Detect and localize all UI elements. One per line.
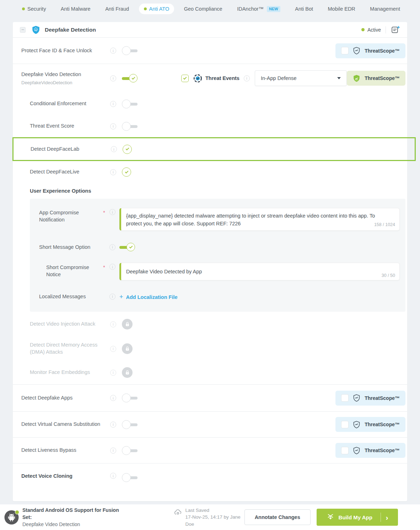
tab-label: Anti Fraud — [105, 6, 129, 12]
row-detect-deepfake-apps: Detect Deepfake Apps ThreatScope™ — [13, 384, 407, 411]
build-footer: Standard Android OS Support for Fusion S… — [0, 504, 420, 530]
row-label: Detect Liveness Bypass — [21, 447, 110, 454]
threatscope-enabled-badge[interactable]: ThreatScope™ — [347, 71, 405, 86]
row-label: Deepfake Video Detection — [21, 71, 110, 78]
enforcement-mode-dropdown[interactable]: In-App Defense — [255, 70, 347, 86]
ux-options-panel: App Compromise Notification * {app_displ… — [30, 199, 405, 312]
toggle-knob — [126, 243, 135, 251]
deepfacelive-check[interactable] — [122, 167, 131, 177]
divider — [386, 26, 386, 33]
add-localization-file-link[interactable]: Add Localization File — [119, 293, 178, 301]
app-compromise-textarea[interactable]: {app_display_name} detected malware atte… — [119, 208, 400, 231]
info-icon[interactable] — [244, 75, 250, 81]
threat-events-group: Threat Events — [181, 74, 250, 83]
info-icon[interactable] — [110, 75, 116, 81]
info-icon[interactable] — [110, 395, 116, 401]
textarea-value: {app_display_name} detected malware atte… — [126, 213, 375, 226]
deepfake-apps-toggle[interactable] — [122, 393, 138, 403]
tab-anti-ato[interactable]: Anti ATO — [139, 4, 174, 14]
info-icon[interactable] — [110, 448, 116, 454]
threatscope-label: ThreatScope™ — [365, 48, 400, 54]
conditional-enforcement-toggle[interactable] — [122, 99, 138, 109]
tab-label: Management — [370, 6, 400, 12]
threatscope-label: ThreatScope™ — [365, 422, 400, 427]
build-my-app-button[interactable]: Build My App › — [317, 509, 398, 526]
tab-mobile-edr[interactable]: Mobile EDR — [323, 4, 360, 14]
collapse-icon[interactable] — [20, 27, 26, 33]
dropdown-value: In-App Defense — [261, 75, 297, 81]
row-conditional-enforcement: Conditional Enforcement — [13, 92, 407, 115]
row-label: Monitor Face Embeddings — [21, 369, 110, 376]
tab-management[interactable]: Management — [365, 4, 405, 14]
threat-event-score-toggle[interactable] — [122, 122, 138, 131]
deepfacelab-check[interactable] — [123, 145, 132, 154]
virtual-camera-toggle[interactable] — [122, 420, 138, 429]
deepfake-video-toggle[interactable] — [122, 74, 138, 83]
row-label: Localized Messages — [39, 293, 99, 300]
short-notice-input[interactable]: Deepfake Video Detected by App 30 / 50 — [119, 263, 400, 280]
tab-geo-compliance[interactable]: Geo Compliance — [179, 4, 227, 14]
row-detect-deepfacelab: Detect DeepFaceLab — [12, 137, 416, 161]
protect-face-id-toggle[interactable] — [122, 46, 138, 55]
tab-anti-fraud[interactable]: Anti Fraud — [100, 4, 134, 14]
liveness-bypass-toggle[interactable] — [122, 446, 138, 455]
annotate-changes-button[interactable]: Annotate Changes — [244, 509, 311, 525]
last-saved: Last Saved 17-Nov-25, 14:17 by Jane Doe — [174, 507, 244, 528]
row-app-compromise-notification: App Compromise Notification * {app_displ… — [39, 208, 400, 231]
info-icon[interactable] — [110, 321, 116, 327]
info-icon[interactable] — [109, 244, 115, 250]
active-dot-icon — [361, 28, 365, 31]
status-dot — [144, 7, 147, 10]
fusion-set-title: Standard Android OS Support for Fusion S… — [22, 507, 121, 521]
short-message-toggle[interactable] — [119, 242, 136, 252]
info-icon[interactable] — [109, 294, 115, 300]
tab-label: Mobile EDR — [328, 6, 355, 12]
status-dot — [22, 7, 25, 10]
tab-label: Anti Bot — [295, 6, 313, 12]
info-icon[interactable] — [109, 264, 115, 270]
threatscope-checkbox[interactable] — [341, 47, 349, 54]
chevron-right-icon[interactable]: › — [381, 514, 393, 521]
info-icon[interactable] — [110, 101, 116, 107]
toggle-knob — [122, 122, 131, 131]
caret-down-icon — [337, 77, 341, 79]
deepfake-detection-card: Deepfake Detection Active Protect Face I… — [13, 22, 407, 501]
info-icon[interactable] — [110, 422, 116, 428]
card-header: Deepfake Detection Active — [13, 22, 407, 38]
tab-label: Geo Compliance — [184, 6, 222, 12]
tab-label: Security — [27, 6, 46, 12]
threatscope-checkbox[interactable] — [341, 421, 349, 428]
row-label: Detect Voice Cloning — [21, 473, 110, 480]
threatscope-checkbox[interactable] — [341, 394, 349, 402]
toggle-knob — [129, 74, 138, 82]
row-label: Detect Deepfake Apps — [21, 395, 110, 402]
cloud-save-icon — [174, 508, 182, 516]
row-deepfake-video-detection: Deepfake Video Detection DeepfakeVideoDe… — [13, 64, 407, 92]
tab-anti-bot[interactable]: Anti Bot — [290, 4, 318, 14]
row-detect-dma-attacks: Detect Direct Memory Access (DMA) Attack… — [13, 337, 407, 361]
tab-security[interactable]: Security — [17, 4, 51, 14]
tab-idanchor[interactable]: IDAnchor™ NEW — [232, 4, 285, 15]
row-label: Detect Direct Memory Access (DMA) Attack… — [21, 342, 110, 355]
info-icon[interactable] — [110, 169, 116, 175]
tab-anti-malware[interactable]: Anti Malware — [56, 4, 96, 14]
row-detect-liveness-bypass: Detect Liveness Bypass ThreatScope™ — [13, 437, 407, 463]
threatscope-label: ThreatScope™ — [365, 395, 400, 401]
ux-options-heading: User Experience Options — [13, 183, 407, 199]
info-icon[interactable] — [110, 370, 116, 376]
row-label: App Compromise Notification — [39, 208, 99, 231]
voice-cloning-toggle[interactable] — [122, 473, 138, 482]
add-note-icon[interactable] — [391, 25, 400, 34]
info-icon[interactable] — [110, 48, 116, 54]
threat-events-checkbox[interactable] — [181, 75, 189, 82]
info-icon[interactable] — [110, 123, 116, 129]
row-localized-messages: Localized Messages Add Localization File — [39, 291, 400, 302]
threatscope-checkbox[interactable] — [341, 447, 349, 454]
info-icon[interactable] — [111, 146, 117, 152]
info-icon[interactable] — [110, 346, 116, 352]
toggle-knob — [122, 100, 131, 108]
info-icon[interactable] — [109, 209, 115, 215]
info-icon[interactable] — [110, 473, 116, 479]
row-detect-deepfacelive: Detect DeepFaceLive — [13, 161, 407, 183]
last-saved-value: 17-Nov-25, 14:17 by Jane Doe — [185, 514, 244, 528]
